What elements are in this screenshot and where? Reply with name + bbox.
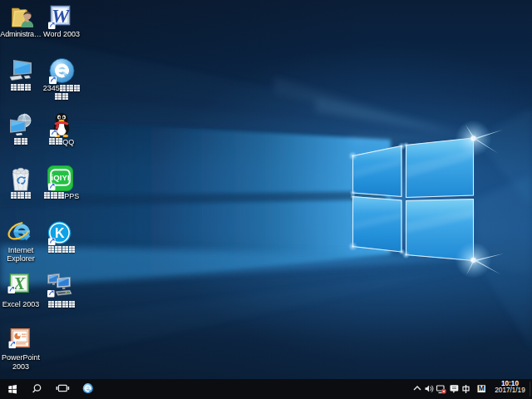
svg-text:iQIYI: iQIYI [52, 173, 70, 182]
svg-text:K: K [55, 226, 65, 240]
svg-text:M: M [479, 384, 485, 392]
svg-text:2017/1/19: 2017/1/19 [495, 387, 525, 394]
